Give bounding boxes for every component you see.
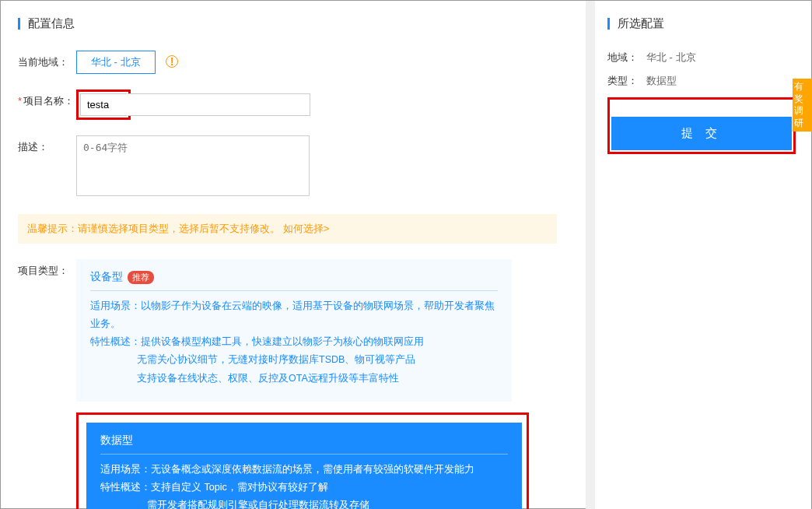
submit-highlight-box: 提 交 [607, 97, 796, 154]
section-title-text: 配置信息 [28, 16, 75, 31]
device-line-2: 特性概述：提供设备模型构建工具，快速建立以物影子为核心的物联网应用 [90, 333, 498, 351]
device-card-title: 设备型 推荐 [90, 270, 498, 291]
type-label: 项目类型： [18, 259, 76, 278]
side-type-row: 类型： 数据型 [607, 74, 796, 88]
data-card-highlight-box: 数据型 适用场景：无设备概念或深度依赖数据流的场景，需使用者有较强的软硬件开发能… [76, 412, 529, 509]
tip-link[interactable]: 如何选择> [283, 223, 330, 234]
side-region-row: 地域： 华北 - 北京 [607, 51, 796, 65]
side-type-v: 数据型 [646, 74, 677, 88]
recommend-badge: 推荐 [128, 271, 154, 284]
device-line-1: 适用场景：以物影子作为设备在云端的映像，适用基于设备的物联网场景，帮助开发者聚焦… [90, 297, 498, 333]
row-type: 项目类型： 设备型 推荐 适用场景：以物影子作为设备在云端的映像，适用基于设备的… [18, 259, 557, 509]
project-name-input[interactable] [80, 93, 127, 116]
type-card-data[interactable]: 数据型 适用场景：无设备概念或深度依赖数据流的场景，需使用者有较强的软硬件开发能… [86, 423, 522, 509]
data-card-title: 数据型 [100, 434, 508, 455]
data-line-1: 适用场景：无设备概念或深度依赖数据流的场景，需使用者有较强的软硬件开发能力 [100, 461, 508, 479]
row-name: *项目名称： [18, 90, 557, 120]
title-accent-bar [18, 18, 20, 30]
side-type-k: 类型： [607, 74, 646, 88]
description-textarea[interactable] [76, 135, 310, 196]
tip-bar: 温馨提示：请谨慎选择项目类型，选择后暂不支持修改。 如何选择> [18, 214, 557, 244]
device-line-4: 支持设备在线状态、权限、反控及OTA远程升级等丰富特性 [90, 370, 498, 388]
device-line-3: 无需关心协议细节，无缝对接时序数据库TSDB、物可视等产品 [90, 351, 498, 369]
data-line-3: 需开发者搭配规则引擎或自行处理数据流转及存储 [100, 497, 508, 509]
name-label: *项目名称： [18, 90, 76, 108]
side-title-accent [607, 18, 610, 30]
side-region-v: 华北 - 北京 [646, 51, 696, 65]
side-region-k: 地域： [607, 51, 646, 65]
submit-button[interactable]: 提 交 [611, 117, 792, 150]
row-region: 当前地域： 华北 - 北京 ! [18, 51, 557, 74]
section-title-config: 配置信息 [18, 16, 557, 31]
type-card-device[interactable]: 设备型 推荐 适用场景：以物影子作为设备在云端的映像，适用基于设备的物联网场景，… [76, 259, 512, 402]
data-line-2: 特性概述：支持自定义 Topic，需对协议有较好了解 [100, 479, 508, 497]
project-name-input-rest[interactable] [128, 93, 310, 116]
required-star: * [18, 95, 22, 107]
tip-text: 温馨提示：请谨慎选择项目类型，选择后暂不支持修改。 [27, 223, 280, 234]
side-panel: 所选配置 地域： 华北 - 北京 类型： 数据型 提 交 [586, 1, 811, 509]
warning-icon[interactable]: ! [166, 55, 178, 68]
name-highlight-box [76, 90, 131, 120]
main-panel: 配置信息 当前地域： 华北 - 北京 ! *项目名称： 描述： [1, 1, 572, 509]
survey-sticker[interactable]: 有奖调研 [793, 79, 812, 132]
side-section-title: 所选配置 [607, 16, 796, 31]
row-desc: 描述： [18, 135, 557, 198]
desc-label: 描述： [18, 135, 76, 154]
region-label: 当前地域： [18, 51, 76, 69]
region-selector[interactable]: 华北 - 北京 [76, 51, 156, 74]
